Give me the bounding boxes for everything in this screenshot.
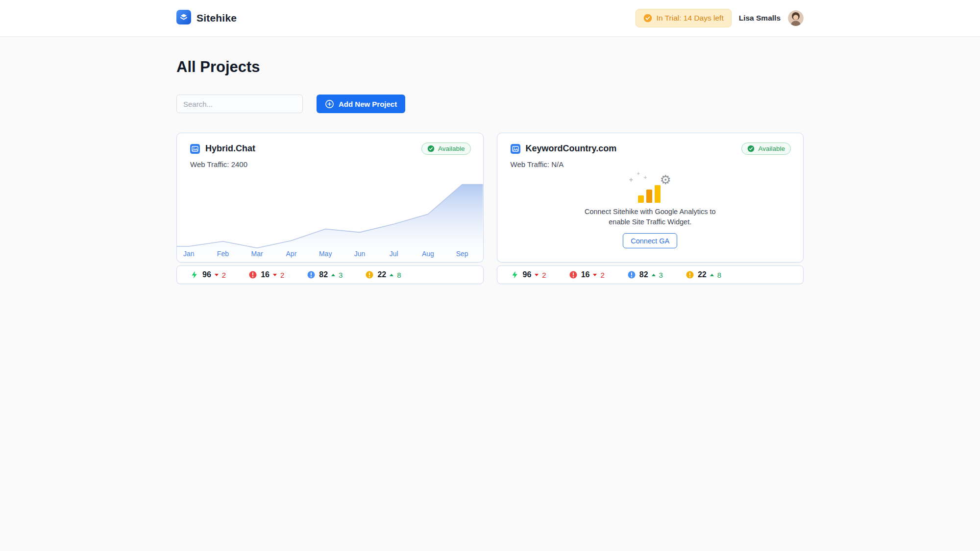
project-card-hybrid-chat: Hybrid.Chat Available Web Traffic: 2400: [176, 133, 484, 284]
trend-down-icon: [215, 274, 219, 276]
trend-down-icon: [535, 274, 539, 276]
stat-warning-circle: 228: [686, 270, 721, 279]
warning-circle-icon: [365, 270, 374, 279]
info-circle-icon: [627, 270, 636, 279]
stat-performance-bolt: 962: [511, 270, 546, 279]
web-traffic-label: Web Traffic: 2400: [177, 160, 483, 168]
main-content: All Projects Add New Project: [176, 58, 804, 284]
sparkle-icon: +: [629, 176, 633, 183]
project-card-keywordcountry: KeywordCountry.com Available Web Traffic…: [497, 133, 804, 284]
month-label-aug: Aug: [422, 250, 434, 258]
trial-badge[interactable]: In Trial: 14 Days left: [636, 9, 732, 27]
user-name[interactable]: Lisa Smalls: [739, 14, 781, 23]
add-new-project-label: Add New Project: [339, 100, 397, 108]
stat-performance-bolt: 962: [190, 270, 226, 279]
month-label-feb: Feb: [217, 250, 229, 258]
project-favicon-icon: [190, 144, 200, 154]
month-label-mar: Mar: [251, 250, 263, 258]
brand-name: Sitehike: [196, 12, 237, 24]
projects-grid: Hybrid.Chat Available Web Traffic: 2400: [176, 133, 804, 284]
sitehike-logo-icon: [176, 10, 191, 26]
stat-error-circle: 162: [248, 270, 284, 279]
gear-icon: ⚙: [660, 173, 671, 186]
ga-connect-message: Connect Sitehike with Google Analytics t…: [585, 207, 716, 227]
sparkle-icon: +: [637, 171, 640, 176]
stat-value: 16: [261, 270, 270, 279]
trend-up-icon: [710, 274, 714, 276]
stat-delta: 2: [222, 271, 226, 279]
stat-delta: 2: [280, 271, 284, 279]
project-favicon-icon: [511, 144, 520, 154]
stat-warning-circle: 228: [365, 270, 401, 279]
status-badge-label: Available: [438, 145, 465, 152]
ga-message-line2: enable Site Traffic Widget.: [585, 217, 716, 227]
traffic-area-chart: [177, 171, 483, 262]
stat-delta: 8: [397, 271, 401, 279]
stat-value: 16: [581, 270, 590, 279]
month-label-jan: Jan: [183, 250, 195, 258]
month-label-jul: Jul: [390, 250, 398, 258]
web-traffic-label: Web Traffic: N/A: [497, 160, 804, 168]
error-circle-icon: [248, 270, 257, 279]
status-badge-label: Available: [758, 145, 785, 152]
stat-value: 96: [523, 270, 532, 279]
stat-delta: 3: [659, 271, 663, 279]
project-stats-bar: 962162823228: [497, 265, 804, 284]
month-label-apr: Apr: [286, 250, 297, 258]
stat-value: 22: [377, 270, 386, 279]
performance-bolt-icon: [190, 270, 199, 279]
page-title: All Projects: [176, 58, 804, 76]
stat-delta: 8: [717, 271, 721, 279]
header-right: In Trial: 14 Days left Lisa Smalls: [636, 9, 804, 27]
trial-check-icon: [643, 14, 652, 23]
trend-up-icon: [390, 274, 393, 276]
project-title[interactable]: Hybrid.Chat: [205, 144, 255, 154]
toolbar: Add New Project: [176, 95, 804, 113]
project-main-card: KeywordCountry.com Available Web Traffic…: [497, 133, 804, 263]
card-header: Hybrid.Chat Available: [177, 133, 483, 155]
card-header: KeywordCountry.com Available: [497, 133, 804, 155]
stat-value: 96: [202, 270, 211, 279]
plus-circle-icon: [325, 99, 334, 109]
ga-connect-panel: + + + ⚙ Connect Sitehike with Google Ana…: [497, 168, 804, 262]
brand[interactable]: Sitehike: [176, 10, 237, 26]
add-new-project-button[interactable]: Add New Project: [317, 95, 405, 113]
trend-up-icon: [331, 274, 335, 276]
chart-month-labels: JanFebMarAprMayJunJulAugSep: [177, 250, 483, 259]
status-badge: Available: [741, 143, 791, 155]
avatar[interactable]: [788, 10, 804, 26]
sparkle-icon: +: [644, 175, 647, 180]
project-main-card: Hybrid.Chat Available Web Traffic: 2400: [176, 133, 484, 263]
month-label-jun: Jun: [354, 250, 366, 258]
trial-badge-label: In Trial: 14 Days left: [657, 14, 724, 23]
trend-down-icon: [593, 274, 597, 276]
trend-down-icon: [273, 274, 277, 276]
ga-message-line1: Connect Sitehike with Google Analytics t…: [585, 207, 716, 217]
project-stats-bar: 962162823228: [176, 265, 484, 284]
month-label-may: May: [319, 250, 332, 258]
stat-info-circle: 823: [627, 270, 663, 279]
check-circle-icon: [747, 145, 755, 152]
top-bar: Sitehike In Trial: 14 Days left Lisa Sma…: [0, 0, 980, 37]
check-circle-icon: [427, 145, 435, 152]
google-analytics-icon: + + + ⚙: [631, 175, 669, 203]
status-badge: Available: [421, 143, 471, 155]
stat-info-circle: 823: [307, 270, 343, 279]
info-circle-icon: [307, 270, 316, 279]
stat-error-circle: 162: [569, 270, 605, 279]
warning-circle-icon: [686, 270, 694, 279]
project-title[interactable]: KeywordCountry.com: [526, 144, 617, 154]
stat-value: 82: [639, 270, 648, 279]
stat-value: 82: [319, 270, 328, 279]
trend-up-icon: [652, 274, 656, 276]
stat-delta: 2: [542, 271, 546, 279]
error-circle-icon: [569, 270, 578, 279]
stat-delta: 3: [339, 271, 343, 279]
traffic-chart: JanFebMarAprMayJunJulAugSep: [177, 171, 483, 262]
stat-delta: 2: [600, 271, 604, 279]
connect-ga-button[interactable]: Connect GA: [623, 233, 677, 248]
month-label-sep: Sep: [456, 250, 468, 258]
performance-bolt-icon: [511, 270, 519, 279]
search-input[interactable]: [176, 95, 303, 113]
stat-value: 22: [698, 270, 707, 279]
